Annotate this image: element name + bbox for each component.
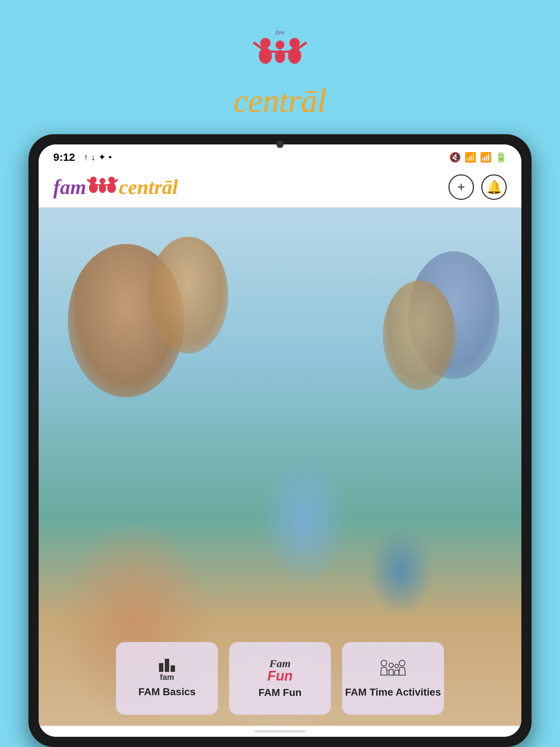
grid-icon: ✦ — [98, 152, 106, 162]
child-figure — [148, 237, 228, 353]
header-family-icon — [86, 175, 119, 199]
status-icons-left: ↑ ↓ ✦ • — [84, 152, 112, 162]
svg-line-8 — [265, 51, 280, 52]
cards-overlay: fam FAM Basics Fam Fun FAM Fun — [39, 642, 521, 715]
top-logo-fam: fam — [276, 29, 284, 36]
bell-icon: 🔔 — [486, 179, 502, 195]
mute-icon: 🔇 — [449, 152, 461, 163]
wifi-icon: 📶 — [464, 152, 476, 163]
scroll-bar — [254, 730, 306, 732]
fam-time-card[interactable]: FAM Time Activities — [342, 642, 444, 715]
svg-point-20 — [381, 660, 387, 666]
app-header: fam centrāl + — [39, 167, 521, 208]
hero-image: fam FAM Basics Fam Fun FAM Fun — [39, 208, 521, 726]
bar-2 — [165, 659, 169, 672]
fam-label: fam — [160, 673, 174, 682]
bar-3 — [171, 665, 175, 672]
svg-line-19 — [102, 185, 112, 185]
svg-point-21 — [399, 660, 405, 666]
signal-icon: 📶 — [480, 152, 491, 163]
bar-1 — [159, 663, 163, 672]
fam-time-icon — [378, 659, 408, 682]
famfun-fam-text: Fam — [269, 658, 291, 669]
top-logo: fam centrāl — [234, 29, 327, 120]
add-button[interactable]: + — [448, 174, 474, 200]
tablet-device: 9:12 ↑ ↓ ✦ • 🔇 📶 📶 🔋 fam — [28, 134, 532, 747]
svg-line-9 — [280, 51, 295, 52]
fam-basics-card[interactable]: fam FAM Basics — [116, 642, 218, 715]
svg-point-16 — [100, 178, 105, 184]
fam-time-label: FAM Time Activities — [345, 686, 441, 698]
header-logo-fam: fam — [53, 175, 86, 199]
dot-icon: • — [109, 152, 112, 162]
header-logo-central: centrāl — [119, 175, 178, 199]
scroll-indicator — [39, 726, 521, 737]
svg-point-0 — [260, 38, 271, 48]
header-actions: + 🔔 — [448, 174, 507, 200]
plus-icon: + — [457, 179, 465, 195]
svg-point-6 — [276, 40, 284, 49]
hero-container: fam FAM Basics Fam Fun FAM Fun — [39, 208, 521, 726]
svg-point-3 — [289, 38, 300, 48]
sync-icon-1: ↑ — [84, 152, 88, 162]
tablet-screen: 9:12 ↑ ↓ ✦ • 🔇 📶 📶 🔋 fam — [39, 144, 521, 737]
top-logo-icon — [251, 36, 309, 82]
svg-point-23 — [395, 664, 398, 668]
fam-bars — [159, 659, 175, 672]
famfun-fun-text: Fun — [267, 669, 293, 683]
notification-button[interactable]: 🔔 — [481, 174, 507, 200]
svg-point-22 — [389, 663, 393, 667]
top-logo-central: centrāl — [234, 82, 327, 120]
fam-fun-card[interactable]: Fam Fun FAM Fun — [229, 642, 331, 715]
tablet-camera — [276, 141, 284, 148]
header-logo: fam centrāl — [53, 175, 178, 199]
family-time-svg — [378, 659, 408, 682]
sync-icon-2: ↓ — [91, 152, 96, 162]
fam-fun-icon: Fam Fun — [267, 658, 293, 683]
battery-icon: 🔋 — [495, 152, 507, 163]
fam-basics-icon: fam — [159, 659, 175, 682]
status-icons-right: 🔇 📶 📶 🔋 — [449, 152, 507, 163]
daughter-figure — [383, 280, 456, 390]
fam-fun-label: FAM Fun — [258, 686, 302, 699]
fam-basics-label: FAM Basics — [138, 686, 195, 698]
svg-line-18 — [93, 185, 102, 185]
status-time: 9:12 — [53, 151, 75, 163]
